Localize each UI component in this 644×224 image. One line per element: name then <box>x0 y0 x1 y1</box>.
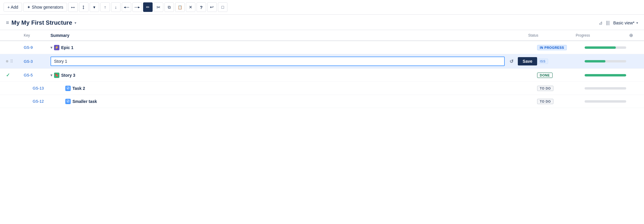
copy-icon: ⧉ <box>168 5 171 10</box>
status-cell-gs5: DONE <box>537 73 585 78</box>
progress-bar-gs5 <box>585 74 626 76</box>
summary-text-gs12: Smaller task <box>72 99 97 104</box>
table-row-gs12: GS-12 ☑ Smaller task TO DO <box>0 95 644 108</box>
summary-cell-gs12: ☑ Smaller task <box>50 99 537 104</box>
table-row: GS-9 ▾ ⚡ Epic 1 IN PROGRESS <box>0 41 644 54</box>
collapse-all-button[interactable]: ⤢ <box>68 2 78 12</box>
structure-title-dropdown-icon[interactable]: ▾ <box>75 21 76 25</box>
collapse-all-icon: ⤢ <box>70 4 77 11</box>
progress-fill-gs3 <box>585 60 605 62</box>
key-link-gs12[interactable]: GS-12 <box>24 99 44 104</box>
task-icon-gs13: ☑ <box>65 86 71 91</box>
delete-icon: ✕ <box>189 5 192 10</box>
view-dropdown-icon[interactable]: ▾ <box>636 21 638 25</box>
view-label-text: Basic view <box>613 21 633 25</box>
indent-less-icon: ◂— <box>124 5 129 9</box>
paste-icon: 📋 <box>178 5 182 10</box>
checkmark-gs5: ✓ <box>6 72 10 78</box>
move-up-button[interactable]: ↑ <box>100 2 110 12</box>
progress-bar-gs3 <box>585 60 626 62</box>
status-cell-gs13: TO DO <box>537 86 585 91</box>
drag-handle-gs3[interactable]: ⠿ <box>10 59 13 64</box>
cut-icon: ✂ <box>156 4 160 10</box>
redo-button[interactable]: ↩ <box>207 2 217 12</box>
key-cell-gs13: GS-13 <box>24 86 50 90</box>
progress-cell-gs9 <box>585 46 638 49</box>
view-selector[interactable]: Basic view* ▾ <box>613 21 638 25</box>
columns-icon[interactable]: ||| <box>606 20 610 26</box>
paste-button[interactable]: 📋 <box>175 2 185 12</box>
view-label: Basic view* <box>613 21 634 25</box>
progress-col-header: Progress <box>576 33 629 37</box>
key-link-gs13[interactable]: GS-13 <box>24 86 44 90</box>
structure-title: My My First Structure <box>12 19 72 26</box>
summary-text-gs9: Epic 1 <box>61 45 73 50</box>
indent-more-button[interactable]: —▸ <box>132 2 142 12</box>
expand-all-icon: ⤢ <box>80 4 87 11</box>
summary-text-gs5: Story 3 <box>61 73 75 78</box>
chevron-button[interactable]: ▾ <box>90 2 99 12</box>
delete-button[interactable]: ✕ <box>186 2 195 12</box>
summary-cell-gs13: ☑ Task 2 <box>50 86 537 91</box>
inline-edit-container: ↺ Save <box>50 57 537 66</box>
expand-all-button[interactable]: ⤢ <box>79 2 88 12</box>
table-row-gs13: GS-13 ☑ Task 2 TO DO <box>0 82 644 95</box>
move-down-button[interactable]: ↓ <box>111 2 121 12</box>
key-link-gs9[interactable]: GS-9 <box>24 45 33 50</box>
help-icon: ? <box>200 5 202 10</box>
key-link-gs3[interactable]: GS-3 <box>24 59 33 64</box>
epic-icon-gs9: ⚡ <box>54 45 59 50</box>
expand-gs5-icon[interactable]: ▾ <box>50 73 52 77</box>
key-link-gs5[interactable]: GS-5 <box>24 73 33 77</box>
status-col-header: Status <box>528 33 576 37</box>
show-generators-button[interactable]: ✦ Show generators <box>23 3 67 12</box>
show-generators-label: ✦ Show generators <box>27 5 63 10</box>
structure-header-right: ⊿ ||| Basic view* ▾ <box>599 20 638 26</box>
status-badge-gs9: IN PROGRESS <box>537 45 567 50</box>
add-button[interactable]: + Add <box>4 3 22 12</box>
status-cell-gs9: IN PROGRESS <box>537 45 585 50</box>
redo-icon: ↩ <box>210 4 214 10</box>
progress-bar-gs13 <box>585 87 626 90</box>
progress-cell-gs13 <box>585 87 638 90</box>
table-container: Key Summary Status Progress ⊕ GS-9 ▾ ⚡ E… <box>0 30 644 108</box>
row-controls-gs3: ⠿ <box>6 59 24 64</box>
summary-text-gs13: Task 2 <box>72 86 85 91</box>
key-cell-gs12: GS-12 <box>24 99 50 104</box>
progress-bar-gs9 <box>585 46 626 49</box>
table-row-gs5: ✓ GS-5 ▾ 🔖 Story 3 DONE <box>0 69 644 82</box>
status-badge-gs12: TO DO <box>537 99 553 104</box>
fullscreen-icon: □ <box>221 5 224 10</box>
edit-button[interactable]: ✏ <box>143 2 153 12</box>
save-button[interactable]: Save <box>518 57 537 65</box>
inline-edit-reset-button[interactable]: ↺ <box>507 57 515 65</box>
status-badge-gs3: ISS <box>537 59 548 64</box>
progress-fill-gs5 <box>585 74 626 76</box>
summary-cell-gs9: ▾ ⚡ Epic 1 <box>50 45 537 50</box>
key-cell-gs3: GS-3 <box>24 59 50 64</box>
filter-icon[interactable]: ⊿ <box>599 20 602 26</box>
key-cell-gs5: GS-5 <box>24 73 50 77</box>
table-row-editing: ⠿ GS-3 ↺ Save ISS <box>0 54 644 69</box>
progress-cell-gs3 <box>585 60 638 62</box>
help-button[interactable]: ? <box>197 2 206 12</box>
edit-icon: ✏ <box>146 5 150 10</box>
indent-more-icon: —▸ <box>135 5 140 9</box>
expand-gs9-icon[interactable]: ▾ <box>50 46 52 50</box>
chevron-icon: ▾ <box>93 5 95 10</box>
summary-col-header: Summary <box>50 33 528 38</box>
summary-cell-gs5: ▾ 🔖 Story 3 <box>50 73 537 78</box>
cut-button[interactable]: ✂ <box>154 2 163 12</box>
add-label: + Add <box>7 5 18 10</box>
inline-edit-input[interactable] <box>50 57 505 66</box>
add-col-header[interactable]: ⊕ <box>629 32 638 38</box>
progress-bar-gs12 <box>585 100 626 103</box>
status-cell-gs12: TO DO <box>537 99 585 104</box>
progress-cell-gs12 <box>585 100 638 103</box>
status-cell-gs3: ISS <box>537 59 585 64</box>
copy-button[interactable]: ⧉ <box>164 2 174 12</box>
fullscreen-button[interactable]: □ <box>218 2 227 12</box>
row-dot-gs3 <box>6 60 8 62</box>
indent-less-button[interactable]: ◂— <box>122 2 131 12</box>
summary-cell-gs3: ↺ Save <box>50 57 537 66</box>
